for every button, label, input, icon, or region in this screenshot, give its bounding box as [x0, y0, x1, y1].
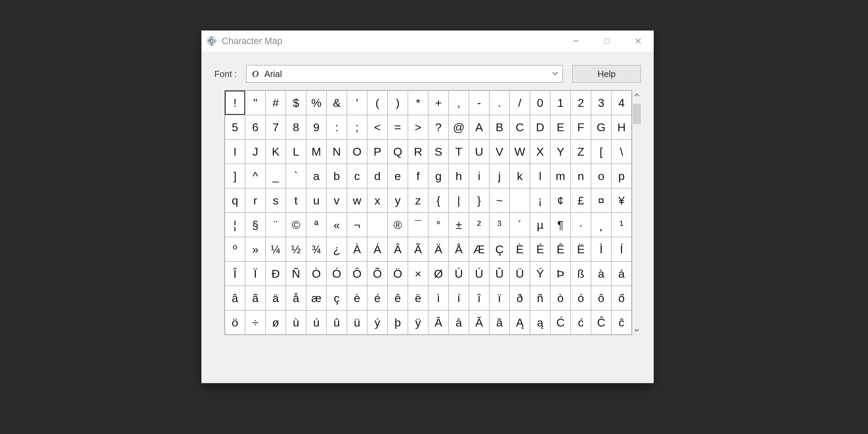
char-cell[interactable]: Á	[367, 237, 388, 261]
char-cell[interactable]: Ā	[428, 310, 449, 335]
char-cell[interactable]: c	[347, 164, 367, 188]
char-cell[interactable]: Y	[550, 139, 571, 164]
char-cell[interactable]: Õ	[367, 261, 388, 286]
char-cell[interactable]: /	[510, 91, 530, 115]
char-cell[interactable]: s	[265, 188, 286, 213]
char-cell[interactable]: Ý	[530, 261, 550, 286]
char-cell[interactable]: Ø	[428, 261, 449, 286]
char-cell[interactable]: l	[530, 164, 550, 188]
scroll-down-arrow-icon[interactable]	[632, 326, 642, 335]
char-cell[interactable]: Â	[388, 237, 408, 261]
char-cell[interactable]: _	[265, 164, 286, 188]
char-cell[interactable]: ¦	[225, 213, 245, 237]
vertical-scrollbar[interactable]	[632, 90, 642, 335]
char-cell[interactable]: Æ	[469, 237, 489, 261]
char-cell[interactable]: ĉ	[611, 310, 632, 335]
char-cell[interactable]: è	[347, 286, 367, 310]
char-cell[interactable]: Ä	[428, 237, 449, 261]
minimize-button[interactable]	[560, 31, 591, 52]
char-cell[interactable]: Û	[489, 261, 510, 286]
char-cell[interactable]: ¼	[265, 237, 286, 261]
char-cell[interactable]: +	[428, 91, 449, 115]
char-cell[interactable]: Ñ	[286, 261, 306, 286]
char-cell[interactable]: ó	[571, 286, 591, 310]
char-cell[interactable]: ò	[550, 286, 571, 310]
char-cell[interactable]: C	[510, 115, 530, 139]
char-cell[interactable]: W	[510, 139, 530, 164]
char-cell[interactable]: $	[286, 91, 306, 115]
char-cell[interactable]: í	[449, 286, 469, 310]
char-cell[interactable]: F	[571, 115, 591, 139]
char-cell[interactable]: ä	[265, 286, 286, 310]
char-cell[interactable]: %	[306, 91, 327, 115]
char-cell[interactable]: ¶	[550, 213, 571, 237]
char-cell[interactable]: ã	[245, 286, 265, 310]
char-cell[interactable]: ÿ	[408, 310, 428, 335]
char-cell[interactable]: M	[306, 139, 327, 164]
char-cell[interactable]: Ú	[469, 261, 489, 286]
char-cell[interactable]: ´	[510, 213, 530, 237]
char-cell[interactable]: Ë	[571, 237, 591, 261]
char-cell[interactable]: G	[591, 115, 611, 139]
char-cell[interactable]: )	[388, 91, 408, 115]
char-cell[interactable]: v	[327, 188, 347, 213]
char-cell[interactable]: i	[469, 164, 489, 188]
char-cell[interactable]: h	[449, 164, 469, 188]
char-cell[interactable]: Í	[611, 237, 632, 261]
char-cell[interactable]: 1	[550, 91, 571, 115]
char-cell[interactable]: Ì	[591, 237, 611, 261]
char-cell[interactable]: §	[245, 213, 265, 237]
char-cell[interactable]: ÷	[245, 310, 265, 335]
char-cell[interactable]: ³	[489, 213, 510, 237]
char-cell[interactable]: K	[265, 139, 286, 164]
char-cell[interactable]: '	[347, 91, 367, 115]
char-cell[interactable]: 9	[306, 115, 327, 139]
char-cell[interactable]: [	[591, 139, 611, 164]
char-cell[interactable]: L	[286, 139, 306, 164]
char-cell[interactable]: É	[530, 237, 550, 261]
char-cell[interactable]: 5	[225, 115, 245, 139]
char-cell[interactable]: Å	[449, 237, 469, 261]
char-cell[interactable]: ©	[286, 213, 306, 237]
maximize-button[interactable]	[591, 31, 623, 52]
char-cell[interactable]: t	[286, 188, 306, 213]
char-cell[interactable]: n	[571, 164, 591, 188]
char-cell[interactable]: >	[408, 115, 428, 139]
char-cell[interactable]: \	[611, 139, 632, 164]
char-cell[interactable]: A	[469, 115, 489, 139]
char-cell[interactable]: ­	[367, 213, 388, 237]
char-cell[interactable]: 3	[591, 91, 611, 115]
char-cell[interactable]: ā	[449, 310, 469, 335]
char-cell[interactable]: ï	[489, 286, 510, 310]
char-cell[interactable]: Ö	[388, 261, 408, 286]
char-cell[interactable]: £	[571, 188, 591, 213]
char-cell[interactable]: «	[327, 213, 347, 237]
char-cell[interactable]: ¨	[265, 213, 286, 237]
char-cell[interactable]: (	[367, 91, 388, 115]
char-cell[interactable]: Ï	[245, 261, 265, 286]
char-cell[interactable]: ×	[408, 261, 428, 286]
char-cell[interactable]: J	[245, 139, 265, 164]
char-cell[interactable]: 6	[245, 115, 265, 139]
char-cell[interactable]: ą	[530, 310, 550, 335]
char-cell[interactable]: þ	[388, 310, 408, 335]
char-cell[interactable]: ý	[367, 310, 388, 335]
close-button[interactable]	[623, 31, 654, 52]
char-cell[interactable]: æ	[306, 286, 327, 310]
char-cell[interactable]: ¸	[591, 213, 611, 237]
char-cell[interactable]: Z	[571, 139, 591, 164]
char-cell[interactable]: ¡	[530, 188, 550, 213]
scroll-thumb[interactable]	[633, 104, 641, 124]
char-cell[interactable]: 0	[530, 91, 550, 115]
char-cell[interactable]: D	[530, 115, 550, 139]
char-cell[interactable]: r	[245, 188, 265, 213]
char-cell[interactable]: Ê	[550, 237, 571, 261]
char-cell[interactable]	[510, 188, 530, 213]
char-cell[interactable]: ¤	[591, 188, 611, 213]
char-cell[interactable]: â	[225, 286, 245, 310]
char-cell[interactable]: Î	[225, 261, 245, 286]
char-cell[interactable]: `	[286, 164, 306, 188]
char-cell[interactable]: e	[388, 164, 408, 188]
char-cell[interactable]: =	[388, 115, 408, 139]
char-cell[interactable]: :	[327, 115, 347, 139]
